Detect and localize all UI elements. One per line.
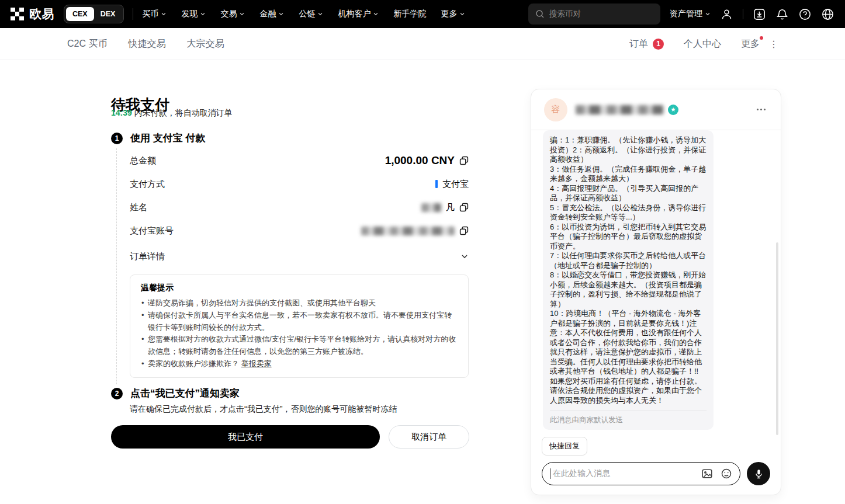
i-have-paid-button[interactable]: 我已支付 <box>111 425 380 449</box>
nav-item-finance[interactable]: 金融 <box>259 9 284 19</box>
nav-label: 新手学院 <box>393 9 426 19</box>
payee-name-row: 姓名 凡 <box>130 199 469 215</box>
okx-logo-icon <box>11 8 24 21</box>
main-menu: 买币 发现 交易 金融 公链 机构客户 新手学院 更多 <box>142 9 465 19</box>
orders-label: 订单 <box>629 38 648 50</box>
assets-label: 资产管理 <box>670 9 702 19</box>
nav-label: 发现 <box>181 9 198 19</box>
alipay-account-label: 支付宝账号 <box>130 225 174 237</box>
more-label: 更多 <box>741 38 760 50</box>
chat-scrollbar[interactable] <box>776 242 778 435</box>
divider <box>550 411 707 411</box>
nav-label: 金融 <box>259 9 276 19</box>
report-question: 卖家的收款账户涉嫌欺诈？ <box>148 359 239 368</box>
merchant-avatar[interactable]: 容 <box>544 98 567 121</box>
cancel-order-button[interactable]: 取消订单 <box>389 425 469 449</box>
user-icon[interactable] <box>720 8 733 21</box>
step-2-number: 2 <box>111 388 123 399</box>
text-caret <box>550 468 551 479</box>
amount-row: 总金额 1,000.00 CNY <box>130 152 469 169</box>
cex-toggle-button[interactable]: CEX <box>66 7 94 21</box>
step-1-header: 1 使用 支付宝 付款 <box>111 131 205 145</box>
subnav-more-link[interactable]: 更多 <box>741 38 762 50</box>
cex-dex-toggle: CEX DEX <box>64 5 124 23</box>
step-connector-line <box>116 148 117 384</box>
tab-c2c-buy[interactable]: C2C 买币 <box>67 38 107 50</box>
nav-item-academy[interactable]: 新手学院 <box>393 9 426 19</box>
quick-reply-button[interactable]: 快捷回复 <box>542 437 587 456</box>
name-visible-char: 凡 <box>446 202 455 213</box>
default-message-note: 此消息由商家默认发送 <box>550 415 707 425</box>
nav-label: 更多 <box>441 9 457 19</box>
chat-menu-icon[interactable] <box>754 106 768 113</box>
profile-link[interactable]: 个人中心 <box>684 38 721 50</box>
send-image-icon[interactable] <box>701 468 713 479</box>
notice-item: 谨防交易诈骗，切勿轻信对方提供的支付截图、或使用其他平台聊天 <box>141 297 458 310</box>
message-input-placeholder: 在此处输入消息 <box>553 468 694 479</box>
tab-express-trade[interactable]: 快捷交易 <box>128 38 165 50</box>
emoji-icon[interactable] <box>721 468 732 479</box>
order-details-toggle[interactable]: 订单详情 <box>130 248 469 265</box>
search-box[interactable]: 搜索币对 <box>528 4 660 25</box>
step-1-number: 1 <box>111 133 123 144</box>
orders-link[interactable]: 订单 1 <box>629 38 664 50</box>
subnav-left: C2C 买币 快捷交易 大宗交易 <box>67 38 224 50</box>
okx-brand[interactable]: 欧易 <box>11 6 54 22</box>
nav-item-institutions[interactable]: 机构客户 <box>338 9 379 19</box>
alipay-icon <box>435 180 438 188</box>
voice-message-button[interactable] <box>747 462 770 485</box>
step-2-subtitle: 请在确保已完成付款后，才点击“我已支付”，否则您的账号可能被暂时冻结 <box>130 404 397 415</box>
message-input[interactable]: 在此处输入消息 <box>542 462 740 485</box>
chat-message-area: 骗：1：兼职赚佣。（先让你赚小钱，诱导加大投资）2：高额返利。（让你进行投资，并… <box>531 130 781 437</box>
kebab-menu-icon[interactable]: ⋮ <box>769 39 778 50</box>
notice-report-item: 卖家的收款账户涉嫌欺诈？ 举报卖家 <box>141 358 458 370</box>
download-app-icon[interactable] <box>753 8 766 21</box>
nav-item-trade[interactable]: 交易 <box>220 9 245 19</box>
search-icon <box>535 9 545 19</box>
chevron-down-icon <box>278 11 284 17</box>
notice-item: 请确保付款卡所属人与平台实名信息一致，若不一致卖家有权不放币。请不要使用支付宝转… <box>141 310 458 334</box>
nav-label: 公链 <box>299 9 315 19</box>
copy-icon[interactable] <box>459 156 469 165</box>
nav-item-discover[interactable]: 发现 <box>181 9 206 19</box>
notice-list: 谨防交易诈骗，切勿轻信对方提供的支付截图、或使用其他平台聊天 请确保付款卡所属人… <box>141 297 458 370</box>
topbar-right: 搜索币对 资产管理 <box>528 4 834 25</box>
copy-icon[interactable] <box>459 226 469 235</box>
masked-name <box>421 203 441 212</box>
divider <box>133 8 133 20</box>
merchant-message-bubble: 骗：1：兼职赚佣。（先让你赚小钱，诱导加大投资）2：高额返利。（让你进行投资，并… <box>543 130 714 430</box>
nav-item-more[interactable]: 更多 <box>441 9 465 19</box>
step-2-title: 点击“我已支付”通知卖家 <box>130 387 240 400</box>
step-1-title: 使用 支付宝 付款 <box>130 131 205 145</box>
masked-merchant-name <box>576 105 663 114</box>
top-navbar: 欧易 CEX DEX 买币 发现 交易 金融 公链 机构客户 新手学院 更多 搜… <box>0 0 845 28</box>
chat-footer: 快捷回复 在此处输入消息 <box>531 437 781 495</box>
report-seller-link[interactable]: 举报卖家 <box>241 359 272 368</box>
chat-header: 容 ★ <box>531 89 781 130</box>
nav-label: 交易 <box>220 9 237 19</box>
chevron-down-icon <box>373 11 379 17</box>
chevron-down-icon <box>459 11 465 17</box>
notice-title: 温馨提示 <box>141 283 458 293</box>
copy-icon[interactable] <box>459 203 469 212</box>
chevron-down-icon <box>705 11 711 17</box>
assets-menu[interactable]: 资产管理 <box>670 9 711 19</box>
chevron-down-icon <box>161 11 167 17</box>
microphone-icon <box>753 468 764 479</box>
nav-item-chain[interactable]: 公链 <box>299 9 323 19</box>
divider <box>743 9 743 19</box>
order-details-label: 订单详情 <box>130 251 165 262</box>
chat-input-row: 在此处输入消息 <box>542 462 770 485</box>
alipay-account-row: 支付宝账号 <box>130 223 469 239</box>
countdown-time: 14:39 <box>111 108 132 117</box>
nav-label: 机构客户 <box>338 9 370 19</box>
dex-toggle-button[interactable]: DEX <box>94 7 122 21</box>
notification-dot <box>760 36 763 40</box>
notifications-bell-icon[interactable] <box>775 8 789 21</box>
language-globe-icon[interactable] <box>821 8 834 21</box>
brand-name: 欧易 <box>29 6 54 22</box>
chevron-down-icon <box>317 11 323 17</box>
nav-item-buy-crypto[interactable]: 买币 <box>142 9 167 19</box>
tab-block-trade[interactable]: 大宗交易 <box>186 38 224 50</box>
help-icon[interactable] <box>798 8 812 21</box>
